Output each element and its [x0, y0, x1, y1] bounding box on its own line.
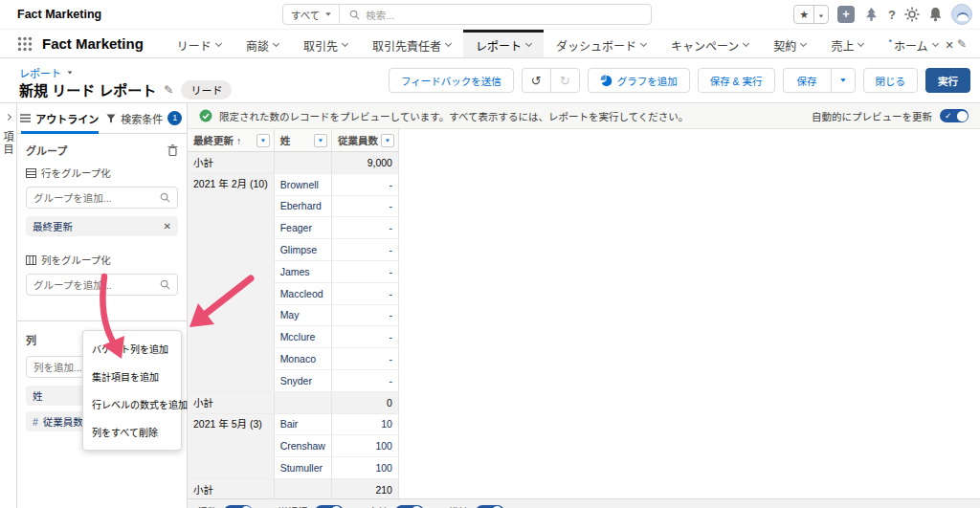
- employees-cell: 100: [331, 457, 398, 479]
- nav-tab-レポート[interactable]: レポート: [463, 30, 544, 57]
- lastname-cell[interactable]: Bair: [274, 413, 331, 435]
- close-tab-icon[interactable]: ✕: [946, 39, 954, 52]
- nav-tab-ホーム[interactable]: *ホーム✕: [876, 30, 966, 57]
- group-rows-label: 行をグループ化: [41, 166, 111, 180]
- setup-gear-icon[interactable]: [904, 7, 920, 22]
- nav-tab-売上[interactable]: 売上: [818, 30, 876, 57]
- app-launcher-icon[interactable]: [17, 36, 33, 52]
- tab-filters[interactable]: 検索条件 1: [102, 103, 188, 133]
- employees-cell: -: [331, 173, 398, 195]
- menu-item-バケット列を追加[interactable]: バケット列を追加: [83, 335, 181, 363]
- nav-edit-pencil-icon[interactable]: ✎: [957, 37, 967, 51]
- trash-icon[interactable]: [167, 144, 178, 156]
- funnel-icon: [106, 114, 116, 123]
- nav-tab-取引先[interactable]: 取引先: [291, 30, 360, 57]
- chevron-down-icon[interactable]: [640, 39, 647, 46]
- app-name[interactable]: Fact Marketing: [42, 30, 144, 57]
- nav-tab-リード[interactable]: リード: [165, 30, 234, 57]
- group-cell: 2021 年 5月 (3): [188, 413, 274, 478]
- chevron-down-icon[interactable]: [800, 39, 807, 46]
- outline-panel: アウトライン 検索条件 1 グループ 行をグループ化 最終更新: [17, 103, 188, 508]
- save-button[interactable]: 保存: [783, 68, 831, 93]
- run-button[interactable]: 実行: [925, 68, 970, 93]
- edit-title-pencil-icon[interactable]: ✎: [164, 83, 173, 97]
- breadcrumb[interactable]: レポート: [19, 65, 73, 80]
- empty-cell: [274, 391, 331, 413]
- lastname-cell[interactable]: Monaco: [274, 348, 331, 370]
- column-menu-icon[interactable]: [381, 134, 394, 147]
- chevron-down-icon[interactable]: [342, 39, 348, 46]
- favorites-dropdown[interactable]: [814, 9, 828, 20]
- expand-fields-chevron-icon[interactable]: [5, 114, 11, 121]
- nav-tab-label: 取引先: [303, 37, 338, 54]
- lastname-cell[interactable]: Mcclure: [274, 326, 331, 348]
- add-chart-button[interactable]: グラフを追加: [588, 68, 690, 93]
- chevron-down-icon[interactable]: [445, 39, 452, 46]
- auto-update-toggle[interactable]: [940, 109, 969, 122]
- menu-item-列をすべて削除[interactable]: 列をすべて削除: [83, 418, 181, 446]
- search-scope-select[interactable]: すべて: [283, 5, 340, 24]
- guidance-tree-icon[interactable]: [863, 7, 880, 23]
- chevron-down-icon[interactable]: [215, 39, 222, 46]
- undo-button[interactable]: ↺: [522, 68, 550, 93]
- nav-tab-商談[interactable]: 商談: [234, 30, 291, 57]
- footer-toggle-switch[interactable]: [224, 505, 253, 508]
- row-group-input-wrap: [26, 187, 178, 209]
- close-button[interactable]: 閉じる: [863, 68, 919, 93]
- feedback-button[interactable]: フィードバックを送信: [389, 68, 514, 93]
- column-menu-icon[interactable]: [256, 134, 270, 147]
- footer-toggle-switch[interactable]: [395, 505, 424, 508]
- lastname-cell[interactable]: Eberhard: [274, 195, 331, 217]
- chevron-down-icon[interactable]: [273, 39, 279, 46]
- global-search[interactable]: すべて 検索...: [282, 4, 652, 25]
- tab-outline[interactable]: アウトライン: [17, 103, 102, 133]
- lastname-cell[interactable]: Crenshaw: [274, 435, 331, 457]
- footer-toggle-switch[interactable]: [315, 505, 344, 508]
- temp-tab-star-icon: *: [888, 37, 892, 47]
- column-group-input[interactable]: [33, 279, 160, 291]
- row-group-input[interactable]: [33, 192, 160, 204]
- notifications-bell-icon[interactable]: [928, 7, 943, 22]
- lastname-cell[interactable]: Glimpse: [274, 239, 331, 261]
- lastname-cell[interactable]: May: [274, 304, 331, 326]
- nav-tab-ダッシュボード[interactable]: ダッシュボード: [544, 30, 658, 57]
- chevron-down-icon[interactable]: [932, 39, 939, 46]
- favorites-star-icon[interactable]: ★: [794, 6, 814, 23]
- footer-toggle-switch[interactable]: [476, 505, 504, 508]
- menu-item-集計項目を追加[interactable]: 集計項目を追加: [83, 363, 181, 390]
- lastname-cell[interactable]: Snyder: [274, 369, 331, 391]
- nav-tab-キャンペーン[interactable]: キャンペーン: [658, 30, 761, 57]
- remove-group-x-icon[interactable]: ✕: [164, 221, 171, 232]
- chevron-down-icon[interactable]: [743, 39, 749, 46]
- chevron-down-icon[interactable]: [858, 39, 864, 46]
- org-name: Fact Marketing: [17, 0, 101, 29]
- columns-section-title: 列: [26, 332, 36, 347]
- nav-tab-取引先責任者[interactable]: 取引先責任者: [360, 30, 463, 57]
- lastname-cell[interactable]: Brownell: [274, 173, 331, 195]
- column-menu-icon[interactable]: [314, 134, 327, 147]
- save-dropdown-button[interactable]: [831, 68, 856, 93]
- save-and-run-button[interactable]: 保存 & 実行: [698, 68, 775, 93]
- menu-item-行レベルの数式を追加[interactable]: 行レベルの数式を追加: [83, 390, 181, 418]
- lastname-cell[interactable]: Maccleod: [274, 282, 331, 304]
- column-header-last-modified[interactable]: 最終更新↑: [188, 129, 274, 152]
- footer-toggle-総計: 総計: [449, 504, 504, 508]
- lastname-cell[interactable]: Stumuller: [274, 457, 331, 479]
- favorites-control[interactable]: ★: [793, 5, 829, 24]
- employees-cell: -: [331, 195, 398, 217]
- help-icon[interactable]: ?: [888, 8, 896, 22]
- search-input[interactable]: 検索...: [366, 8, 394, 22]
- row-group-pill[interactable]: 最終更新 ✕: [26, 216, 178, 236]
- column-header-lastname[interactable]: 姓: [274, 129, 331, 152]
- column-header-employees[interactable]: 従業員数: [331, 129, 398, 152]
- preview-table: 最終更新↑ 姓 従業員数 小計9,0002021 年 2月 (10)Browne…: [188, 129, 399, 508]
- chevron-down-icon[interactable]: [525, 39, 532, 46]
- lastname-cell[interactable]: Feager: [274, 217, 331, 239]
- quick-create-plus-icon[interactable]: +: [837, 6, 855, 23]
- fields-rail[interactable]: 項目: [0, 103, 17, 508]
- redo-button[interactable]: ↻: [550, 68, 580, 93]
- preview-footer-bar: 行数詳細行小計総計: [188, 498, 980, 508]
- lastname-cell[interactable]: James: [274, 260, 331, 282]
- nav-tab-契約[interactable]: 契約: [761, 30, 818, 57]
- user-avatar[interactable]: [951, 4, 972, 25]
